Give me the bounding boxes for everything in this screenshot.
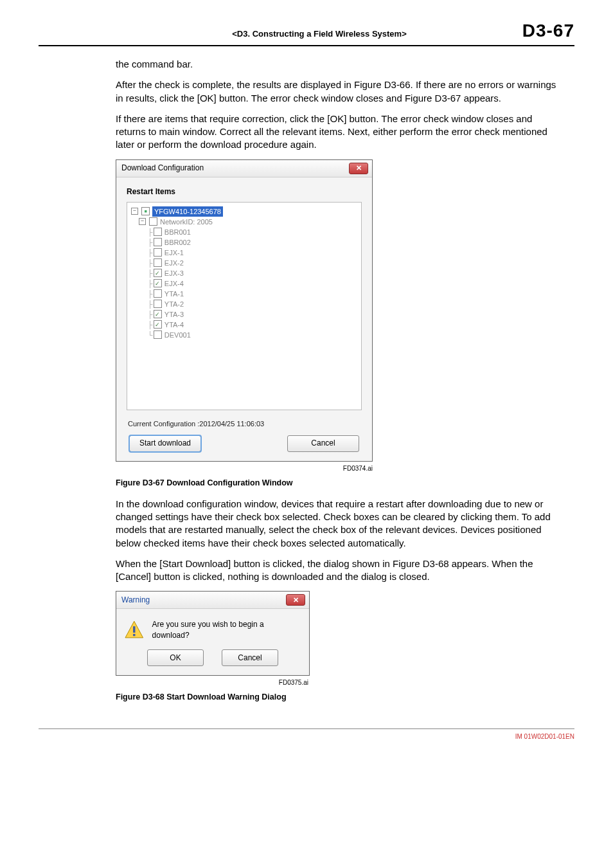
tree-checkbox[interactable] — [154, 289, 162, 298]
tree-item[interactable]: └DEV001 — [131, 330, 357, 340]
header-section: <D3. Constructing a Field Wireless Syste… — [232, 29, 407, 39]
tree-connector-icon: ├ — [148, 309, 152, 320]
tree-item-label: YTA-1 — [164, 289, 184, 299]
tree-checkbox[interactable] — [154, 320, 162, 329]
ok-button[interactable]: OK — [147, 649, 204, 666]
tree-connector-icon: ├ — [148, 299, 152, 309]
dialog-title: Warning — [121, 595, 150, 605]
tree-network-label[interactable]: NetworkID: 2005 — [160, 217, 213, 227]
cancel-button[interactable]: Cancel — [287, 435, 359, 452]
cancel-button[interactable]: Cancel — [222, 649, 278, 666]
figure-ref: FD0374.ai — [116, 464, 373, 473]
tree-item-label: EJX-4 — [164, 278, 184, 289]
figure-ref: FD0375.ai — [116, 678, 308, 687]
close-icon[interactable]: ✕ — [349, 163, 368, 174]
paragraph: After the check is complete, the results… — [116, 78, 562, 105]
tree-connector-icon: ├ — [148, 248, 152, 258]
header-page-number: D3-67 — [522, 21, 574, 41]
tree-checkbox[interactable] — [154, 310, 162, 318]
paragraph: If there are items that require correcti… — [116, 113, 562, 152]
tree-item-label: EJX-3 — [164, 268, 184, 278]
tree-checkbox[interactable] — [154, 330, 162, 339]
tree-connector-icon: ├ — [148, 278, 152, 289]
tree-item-label: YTA-2 — [164, 299, 184, 309]
tree-item[interactable]: ├EJX-3 — [131, 268, 357, 278]
tree-item-label: BBR002 — [164, 237, 191, 248]
tree-item[interactable]: ├EJX-1 — [131, 248, 357, 258]
tree-connector-icon: ├ — [148, 320, 152, 330]
paragraph: In the download configuration window, de… — [116, 498, 562, 550]
tree-checkbox[interactable] — [154, 248, 162, 257]
tree-connector-icon: ├ — [148, 237, 152, 248]
paragraph: When the [Start Download] button is clic… — [116, 557, 562, 584]
warning-message: Are you sure you wish to begin a downloa… — [152, 619, 301, 640]
paragraph: the command bar. — [116, 58, 562, 71]
tree-checkbox[interactable] — [154, 238, 162, 246]
svg-rect-2 — [133, 634, 135, 636]
tree-item-label: DEV001 — [164, 330, 191, 340]
restart-items-label: Restart Items — [127, 186, 362, 197]
tree-checkbox[interactable] — [149, 217, 157, 226]
tree-connector-icon: ├ — [148, 268, 152, 278]
tree-checkbox[interactable] — [154, 258, 162, 267]
tree-item[interactable]: ├BBR001 — [131, 227, 357, 237]
restart-items-tree[interactable]: − YFGW410-12345678 − NetworkID: 2005 ├BB… — [127, 202, 362, 410]
figure-caption: Figure D3-68 Start Download Warning Dial… — [116, 692, 562, 703]
close-icon[interactable]: ✕ — [286, 594, 305, 606]
download-config-dialog: Download Configuration ✕ Restart Items −… — [116, 159, 373, 462]
tree-item[interactable]: ├EJX-2 — [131, 258, 357, 268]
dialog-titlebar: Warning ✕ — [116, 592, 309, 609]
current-config-label: Current Configuration :2012/04/25 11:06:… — [128, 419, 362, 429]
svg-rect-1 — [133, 626, 135, 633]
tree-connector-icon: ├ — [148, 258, 152, 268]
tree-item-label: YTA-3 — [164, 309, 184, 320]
dialog-titlebar: Download Configuration ✕ — [116, 160, 372, 177]
tree-item[interactable]: ├YTA-4 — [131, 320, 357, 330]
tree-collapse-icon[interactable]: − — [139, 218, 146, 225]
tree-checkbox[interactable] — [154, 279, 162, 287]
tree-connector-icon: ├ — [148, 289, 152, 299]
tree-item-label: EJX-2 — [164, 258, 184, 268]
figure-caption: Figure D3-67 Download Configuration Wind… — [116, 478, 562, 489]
tree-item[interactable]: ├YTA-1 — [131, 289, 357, 299]
tree-checkbox[interactable] — [154, 228, 162, 236]
tree-collapse-icon[interactable]: − — [131, 208, 138, 215]
tree-item[interactable]: ├YTA-3 — [131, 309, 357, 320]
page-header: <D3. Constructing a Field Wireless Syste… — [39, 21, 574, 46]
warning-icon — [124, 620, 145, 640]
tree-item-label: YTA-4 — [164, 320, 184, 330]
tree-connector-icon: └ — [148, 330, 152, 340]
tree-root-label[interactable]: YFGW410-12345678 — [152, 206, 223, 217]
warning-dialog: Warning ✕ Are you sure you wish to begin… — [116, 591, 310, 675]
tree-item-label: BBR001 — [164, 227, 191, 237]
dialog-title: Download Configuration — [121, 163, 204, 173]
tree-checkbox[interactable] — [141, 207, 150, 215]
tree-item[interactable]: ├BBR002 — [131, 237, 357, 248]
start-download-button[interactable]: Start download — [129, 435, 201, 452]
tree-item-label: EJX-1 — [164, 248, 184, 258]
tree-item[interactable]: ├EJX-4 — [131, 278, 357, 289]
tree-checkbox[interactable] — [154, 300, 162, 308]
tree-item[interactable]: ├YTA-2 — [131, 299, 357, 309]
tree-checkbox[interactable] — [154, 269, 162, 277]
page-footer: IM 01W02D01-01EN — [39, 728, 574, 740]
tree-connector-icon: ├ — [148, 227, 152, 237]
